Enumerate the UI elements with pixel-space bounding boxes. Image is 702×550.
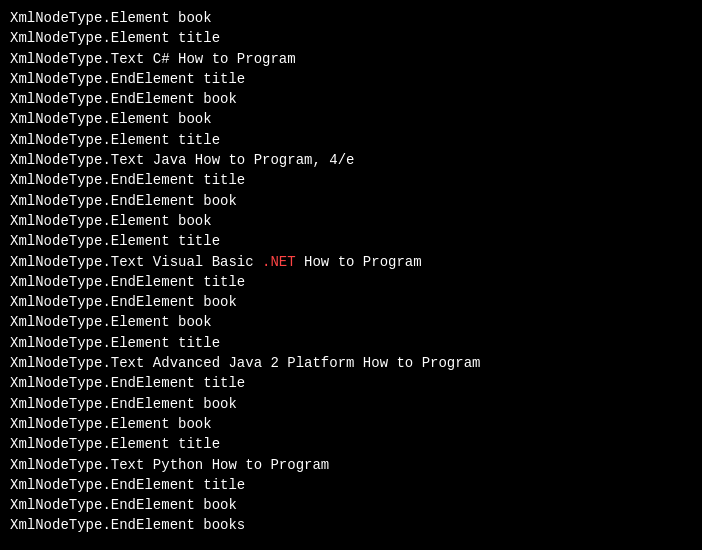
console-line: XmlNodeType.EndElement title — [10, 373, 692, 393]
console-line: XmlNodeType.Text Python How to Program — [10, 455, 692, 475]
console-line: XmlNodeType.EndElement book — [10, 89, 692, 109]
console-line: XmlNodeType.Text Advanced Java 2 Platfor… — [10, 353, 692, 373]
console-line: XmlNodeType.Text Java How to Program, 4/… — [10, 150, 692, 170]
console-line: XmlNodeType.EndElement book — [10, 394, 692, 414]
console-line: XmlNodeType.EndElement title — [10, 69, 692, 89]
console-output: XmlNodeType.Element bookXmlNodeType.Elem… — [10, 8, 692, 536]
console-line: XmlNodeType.Element book — [10, 211, 692, 231]
highlighted-text: .NET — [262, 254, 296, 270]
console-line: XmlNodeType.Element title — [10, 434, 692, 454]
console-line: XmlNodeType.Element title — [10, 28, 692, 48]
console-line: XmlNodeType.Element book — [10, 312, 692, 332]
console-line: XmlNodeType.Element book — [10, 8, 692, 28]
console-line: XmlNodeType.EndElement book — [10, 292, 692, 312]
console-line: XmlNodeType.Element title — [10, 231, 692, 251]
console-line: XmlNodeType.EndElement book — [10, 495, 692, 515]
console-line: XmlNodeType.Text C# How to Program — [10, 49, 692, 69]
console-line: XmlNodeType.Element book — [10, 414, 692, 434]
console-line: XmlNodeType.EndElement title — [10, 170, 692, 190]
console-line: XmlNodeType.Element book — [10, 109, 692, 129]
console-line: XmlNodeType.Element title — [10, 130, 692, 150]
console-line: XmlNodeType.Text Visual Basic .NET How t… — [10, 252, 692, 272]
console-line: XmlNodeType.EndElement title — [10, 272, 692, 292]
console-line: XmlNodeType.EndElement books — [10, 515, 692, 535]
console-line: XmlNodeType.EndElement book — [10, 191, 692, 211]
console-line: XmlNodeType.Element title — [10, 333, 692, 353]
console-line: XmlNodeType.EndElement title — [10, 475, 692, 495]
